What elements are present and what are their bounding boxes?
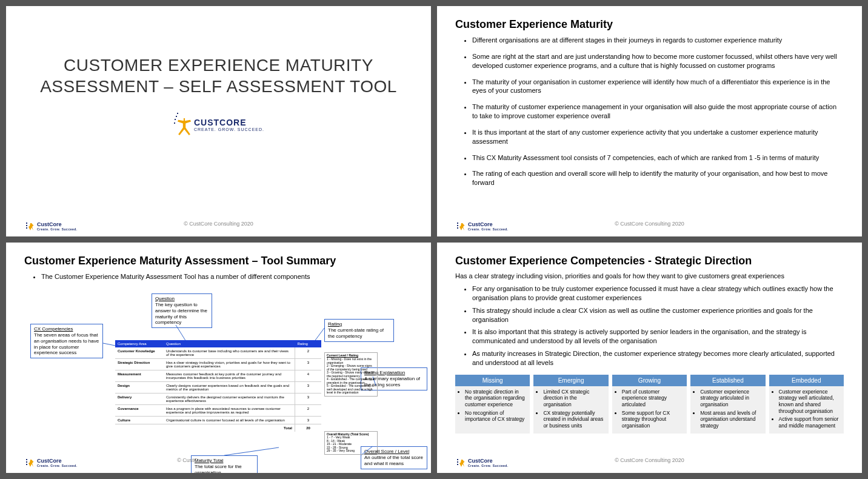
custcore-small-logo-icon <box>455 457 466 468</box>
svg-line-4 <box>224 447 279 455</box>
copyright: © CustCore Consulting 2020 <box>615 457 684 463</box>
custcore-small-logo-icon <box>24 457 35 468</box>
level-embedded: Embedded Customer experience strategy we… <box>769 375 844 434</box>
slide-2: Customer Experience Maturity Different o… <box>437 6 862 236</box>
bullet: Different organisations are at different… <box>472 36 844 45</box>
table-row: DeliveryConsistently delivers the design… <box>115 393 321 404</box>
table-row: Customer KnowledgeUnderstands its custom… <box>115 347 321 359</box>
copyright: © CustCore Consulting 2020 <box>615 221 684 227</box>
table-row: MeasurementMeasures customer feedback at… <box>115 370 321 381</box>
overall-key-box: Overall Maturity (Total Score) 1 - 7 - V… <box>324 431 378 455</box>
main-logo: CUSTCORE Create. Grow. Succeed. <box>24 112 413 136</box>
bullet: As maturity increases in Strategic Direc… <box>472 349 844 367</box>
custcore-logo-icon <box>173 112 191 136</box>
bullet: Some are right at the start and are just… <box>472 52 844 70</box>
custcore-small-logo-icon <box>455 221 466 232</box>
slide-footer: CustCoreCreate. Grow. Succeed. © CustCor… <box>24 221 413 232</box>
callout-question: Question The key question to answer to d… <box>152 293 212 328</box>
competency-table: Competency Area Question Rating Customer… <box>115 340 321 432</box>
slide-2-bullets: Different organisations are at different… <box>455 36 844 187</box>
level-growing: Growing Part of customer experience stra… <box>612 375 687 434</box>
bullet: It is thus important at the start of any… <box>472 128 844 146</box>
level-established: Established Customer experience strategy… <box>690 375 765 434</box>
slide-footer: CustCoreCreate. Grow. Succeed. © CustC <box>24 457 413 468</box>
bullet: The maturity of customer experience mana… <box>472 102 844 121</box>
level-missing: Missing No strategic direction in the or… <box>455 375 530 434</box>
slide-4: Customer Experience Competencies - Strat… <box>437 243 862 473</box>
slide-3-intro: The Customer Experience Maturity Assessm… <box>24 272 413 281</box>
table-row: Strategic DirectionHas a clear strategy … <box>115 358 321 370</box>
table-row: GovernanceHas a program in place with as… <box>115 404 321 416</box>
bullet: The maturity of your organisation in cus… <box>472 78 844 96</box>
logo-tagline: Create. Grow. Succeed. <box>194 127 264 132</box>
bullet: For any organisation to be truly custome… <box>472 284 844 303</box>
slide-footer: CustCoreCreate. Grow. Succeed. © CustCor… <box>455 457 844 468</box>
maturity-levels-grid: Missing No strategic direction in the or… <box>455 375 844 434</box>
table-header-row: Competency Area Question Rating <box>115 340 321 347</box>
table-row: CultureOrganisational culture is custome… <box>115 416 321 424</box>
table-total-row: Total20 <box>115 424 321 432</box>
slide-3-heading: Customer Experience Maturity Assessment … <box>24 255 413 267</box>
bullet: This strategy should include a clear CX … <box>472 306 844 324</box>
bullet: The rating of each question and overall … <box>472 169 844 187</box>
callout-cx-competencies: CX Competencies The seven areas of focus… <box>30 324 103 358</box>
bullet: It is also important that this strategy … <box>472 327 844 346</box>
slide-2-heading: Customer Experience Maturity <box>455 18 844 31</box>
slide-3: Customer Experience Maturity Assessment … <box>6 243 431 473</box>
slide-1-title: CUSTOMER EXPERIENCE MATURITY ASSESSMENT … <box>24 55 413 97</box>
rating-key-box: Current Level / Rating 1 - Missing - Doe… <box>324 352 378 397</box>
custcore-small-logo-icon <box>24 221 35 232</box>
slide-4-heading: Customer Experience Competencies - Strat… <box>455 255 844 267</box>
level-emerging: Emerging Limited CX strategic direction … <box>533 375 608 434</box>
slide-4-subtitle: Has a clear strategy including vision, p… <box>455 272 844 280</box>
bullet: This CX Maturity Assessment tool consist… <box>472 153 844 162</box>
copyright: © CustCore Consulting 2020 <box>184 221 253 227</box>
intro-text: The Customer Experience Maturity Assessm… <box>41 272 413 281</box>
slide-1: CUSTOMER EXPERIENCE MATURITY ASSESSMENT … <box>6 6 431 236</box>
slide-footer: CustCoreCreate. Grow. Succeed. © CustCor… <box>455 221 844 232</box>
logo-name: CUSTCORE <box>194 118 264 127</box>
table-row: DesignClearly designs customer experienc… <box>115 381 321 393</box>
copyright: © CustC <box>177 457 198 463</box>
slide-4-bullets: For any organisation to be truly custome… <box>455 284 844 367</box>
callout-rating: Rating The current-state rating of the c… <box>324 319 394 342</box>
